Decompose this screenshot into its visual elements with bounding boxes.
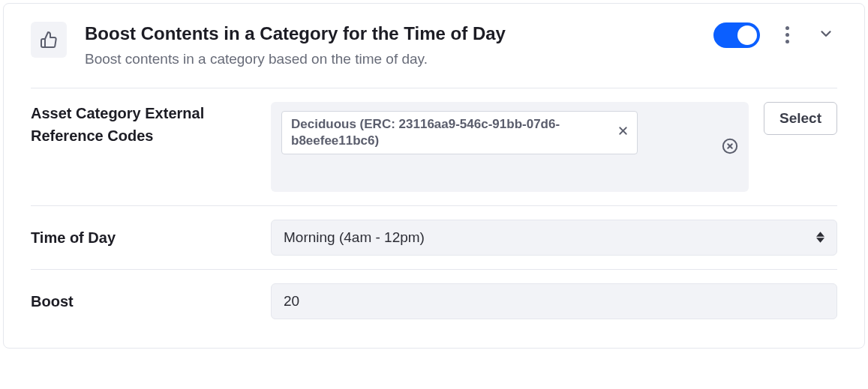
select-button[interactable]: Select — [764, 102, 837, 135]
category-tag-text: Deciduous (ERC: 23116aa9-546c-91bb-07d6-… — [291, 116, 606, 149]
asset-category-input[interactable]: Deciduous (ERC: 23116aa9-546c-91bb-07d6-… — [271, 102, 749, 192]
card-title: Boost Contents in a Category for the Tim… — [85, 22, 695, 45]
time-of-day-label: Time of Day — [31, 226, 256, 249]
enable-toggle[interactable] — [713, 22, 760, 48]
time-of-day-value: Morning (4am - 12pm) — [284, 229, 425, 246]
time-of-day-row: Time of Day Morning (4am - 12pm) — [4, 206, 864, 269]
thumbs-up-icon — [31, 22, 67, 58]
collapse-icon[interactable] — [815, 22, 837, 48]
boost-label: Boost — [31, 290, 256, 313]
asset-category-row: Asset Category External Reference Codes … — [4, 88, 864, 205]
boost-row: Boost 20 — [4, 270, 864, 333]
more-options-icon[interactable] — [781, 22, 794, 48]
header-actions — [713, 22, 837, 48]
title-block: Boost Contents in a Category for the Tim… — [85, 22, 695, 70]
remove-tag-icon[interactable] — [617, 124, 629, 140]
asset-category-label: Asset Category External Reference Codes — [31, 102, 256, 147]
boost-rule-card: Boost Contents in a Category for the Tim… — [3, 3, 865, 349]
card-subtitle: Boost contents in a category based on th… — [85, 49, 695, 70]
select-arrows-icon — [816, 232, 824, 243]
boost-input[interactable]: 20 — [271, 283, 837, 319]
boost-value: 20 — [284, 293, 299, 309]
svg-marker-5 — [816, 232, 824, 238]
category-tag: Deciduous (ERC: 23116aa9-546c-91bb-07d6-… — [281, 111, 638, 154]
card-header: Boost Contents in a Category for the Tim… — [4, 4, 864, 88]
clear-all-icon[interactable] — [722, 138, 738, 157]
time-of-day-select[interactable]: Morning (4am - 12pm) — [271, 220, 837, 256]
svg-marker-6 — [816, 238, 824, 244]
